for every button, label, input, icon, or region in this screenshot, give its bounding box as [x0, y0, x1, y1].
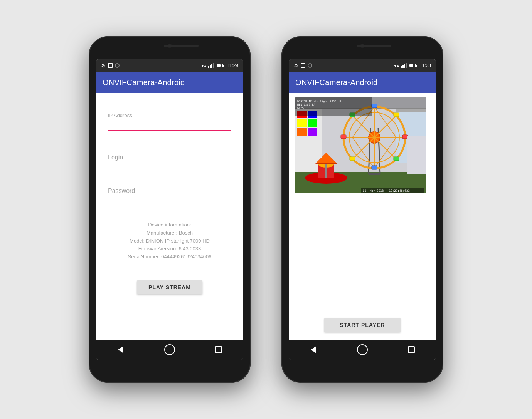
- svg-rect-52: [407, 136, 426, 174]
- nav-recent-button-2[interactable]: [404, 342, 419, 357]
- svg-rect-45: [372, 166, 377, 169]
- wifi-icon: ▾▴: [201, 63, 207, 69]
- svg-rect-5: [402, 65, 404, 68]
- sim-icon: [108, 63, 113, 68]
- svg-rect-46: [341, 135, 346, 139]
- password-field[interactable]: Password: [108, 180, 231, 198]
- login-input[interactable]: [108, 154, 231, 164]
- svg-rect-3: [213, 63, 214, 68]
- device-info-line1: Device information:: [108, 221, 231, 229]
- app-title-1: ONVIFCamera-Android: [103, 78, 185, 87]
- speaker-1: [164, 45, 199, 47]
- nav-home-button-2[interactable]: [355, 342, 370, 357]
- back-icon-1: [118, 346, 123, 353]
- battery-icon: [216, 64, 224, 67]
- svg-text:DINION IP starlight 7000 HD: DINION IP starlight 7000 HD: [297, 100, 341, 103]
- stream-view: DINION IP starlight 7000 HD MEN 1302-EA …: [289, 93, 436, 340]
- status-time-1: 11:29: [227, 63, 238, 68]
- device-info-line4: FirmwareVersion: 6.43.0033: [108, 245, 231, 253]
- status-icons-right-1: ▾▴ 11:29: [201, 63, 238, 69]
- phone-2: ⚙ ▾▴ 11:33: [281, 36, 443, 383]
- nav-back-button-2[interactable]: [306, 342, 321, 357]
- device-info: Device information: Manufacturer: Bosch …: [108, 221, 231, 261]
- home-icon-2: [357, 344, 368, 355]
- svg-text:GRPS: GRPS: [297, 107, 304, 110]
- password-input[interactable]: [108, 188, 231, 198]
- sim-icon-2: [301, 63, 305, 68]
- video-content: DINION IP starlight 7000 HD MEN 1302-EA …: [295, 97, 426, 193]
- svg-rect-19: [297, 128, 307, 136]
- ip-address-label: IP Address: [108, 112, 132, 118]
- circle-icon: [115, 63, 120, 68]
- recent-icon-2: [408, 346, 415, 353]
- bottom-nav-2: [289, 340, 436, 360]
- status-icons-left-1: ⚙: [101, 63, 120, 69]
- device-info-line2: Manufacturer: Bosch: [108, 229, 231, 237]
- svg-rect-20: [308, 128, 317, 136]
- svg-rect-6: [404, 64, 405, 68]
- screen-content-1: IP Address Login Password Device informa…: [96, 93, 243, 340]
- svg-rect-51: [350, 157, 355, 161]
- svg-rect-7: [406, 63, 407, 68]
- signal-icon-2: [401, 63, 407, 68]
- app-title-2: ONVIFCamera-Android: [295, 78, 378, 87]
- screen-2: ⚙ ▾▴ 11:33: [289, 59, 436, 360]
- status-icons-right-2: ▾▴ 11:33: [394, 63, 431, 69]
- app-bar-2: ONVIFCamera-Android: [289, 72, 436, 93]
- wifi-icon-2: ▾▴: [394, 63, 399, 69]
- app-bar-1: ONVIFCamera-Android: [96, 72, 243, 93]
- status-bar-2: ⚙ ▾▴ 11:33: [289, 59, 436, 72]
- svg-rect-4: [401, 66, 402, 68]
- play-stream-button[interactable]: PLAY STREAM: [137, 280, 202, 294]
- gear-icon: ⚙: [101, 63, 106, 69]
- start-player-area: START PLAYER: [289, 310, 436, 340]
- video-frame: DINION IP starlight 7000 HD MEN 1302-EA …: [295, 97, 426, 193]
- svg-rect-17: [297, 119, 307, 127]
- bottom-nav-1: [96, 340, 243, 360]
- battery-icon-2: [409, 64, 417, 67]
- scene: ⚙ ▾▴ 11:29: [0, 21, 532, 398]
- svg-rect-50: [394, 113, 399, 117]
- nav-back-button-1[interactable]: [113, 342, 128, 357]
- signal-icon: [208, 63, 214, 68]
- stream-area: DINION IP starlight 7000 HD MEN 1302-EA …: [289, 93, 436, 310]
- svg-rect-44: [372, 104, 377, 108]
- svg-rect-2: [211, 64, 212, 68]
- status-bar-1: ⚙ ▾▴ 11:29: [96, 59, 243, 72]
- status-time-2: 11:33: [419, 63, 431, 68]
- recent-icon-1: [215, 346, 222, 353]
- device-info-line5: SerialNumber: 044449261924034006: [108, 253, 231, 261]
- phone-1: ⚙ ▾▴ 11:29: [89, 36, 251, 383]
- ip-address-input[interactable]: [108, 120, 231, 131]
- home-icon-1: [164, 344, 175, 355]
- gear-icon-2: ⚙: [294, 63, 298, 69]
- svg-rect-47: [402, 135, 408, 139]
- login-field[interactable]: Login: [108, 146, 231, 164]
- svg-rect-18: [308, 119, 317, 127]
- svg-rect-1: [210, 65, 211, 68]
- svg-rect-49: [394, 157, 399, 161]
- device-info-line3: Model: DINION IP starlight 7000 HD: [108, 237, 231, 245]
- nav-recent-button-1[interactable]: [211, 342, 226, 357]
- start-player-button[interactable]: START PLAYER: [324, 318, 400, 332]
- nav-home-button-1[interactable]: [162, 342, 177, 357]
- screen-1: ⚙ ▾▴ 11:29: [96, 59, 243, 360]
- speaker-2: [357, 45, 391, 47]
- svg-rect-22: [396, 109, 426, 112]
- ip-address-field[interactable]: IP Address: [108, 112, 231, 131]
- status-icons-left-2: ⚙: [294, 63, 312, 69]
- circle-icon-2: [308, 63, 312, 68]
- svg-text:MEN 1302-EA: MEN 1302-EA: [297, 103, 315, 106]
- svg-text:09. Mar 2018 - 12:29:48:623: 09. Mar 2018 - 12:29:48:623: [363, 189, 410, 193]
- back-icon-2: [311, 346, 316, 353]
- svg-rect-0: [208, 66, 209, 68]
